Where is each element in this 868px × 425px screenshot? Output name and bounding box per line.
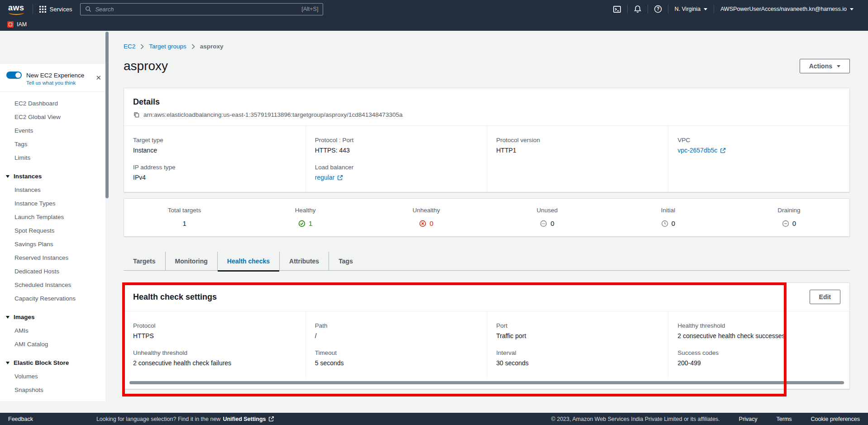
services-label: Services — [50, 6, 72, 13]
x-circle-icon — [419, 220, 426, 227]
field-label: Target type — [133, 137, 298, 143]
clock-circle-icon — [661, 220, 668, 227]
chevron-right-icon — [140, 44, 144, 49]
feedback-button[interactable]: Feedback — [8, 416, 33, 422]
actions-button[interactable]: Actions — [800, 59, 850, 73]
sidebar-item-snapshots[interactable]: Snapshots — [0, 383, 109, 396]
close-icon[interactable]: ✕ — [95, 74, 101, 82]
tab-targets[interactable]: Targets — [124, 252, 165, 270]
load-balancer-link[interactable]: regular — [315, 174, 335, 181]
stat-unused: Unused 0 — [486, 207, 607, 227]
notifications-button[interactable] — [628, 5, 648, 13]
field-label: Unhealthy threshold — [133, 349, 298, 356]
experience-toggle[interactable] — [6, 72, 22, 79]
top-right-cluster: ? N. Virginia AWSPowerUserAccess/navanee… — [607, 5, 860, 14]
sidebar-item-spot-requests[interactable]: Spot Requests — [0, 224, 109, 237]
sidebar-section-instances[interactable]: Instances — [0, 170, 109, 183]
edit-button[interactable]: Edit — [810, 290, 840, 304]
privacy-link[interactable]: Privacy — [739, 416, 758, 422]
sidebar-item-volumes[interactable]: Volumes — [0, 369, 109, 383]
sidebar-item-ec2-dashboard[interactable]: EC2 Dashboard — [0, 96, 109, 110]
health-check-section: Health check settings Edit ProtocolHTTPS… — [124, 282, 850, 389]
breadcrumb-current: asproxy — [200, 43, 224, 50]
services-menu[interactable]: Services — [39, 6, 72, 13]
chevron-down-icon — [6, 362, 10, 364]
field-label: VPC — [677, 137, 842, 143]
sidebar-nav: EC2 Dashboard EC2 Global View Events Tag… — [0, 92, 109, 396]
sidebar-item-events[interactable]: Events — [0, 124, 109, 137]
sidebar-item-tags[interactable]: Tags — [0, 137, 109, 151]
tab-tags[interactable]: Tags — [329, 252, 362, 270]
sidebar-item-dedicated-hosts[interactable]: Dedicated Hosts — [0, 264, 109, 278]
sidebar-item-reserved-instances[interactable]: Reserved Instances — [0, 251, 109, 264]
global-search[interactable]: [Alt+S] — [80, 3, 323, 15]
field-label: IP address type — [133, 164, 298, 171]
sidebar-section-ebs[interactable]: Elastic Block Store — [0, 356, 109, 369]
field-value: Traffic port — [496, 332, 661, 339]
field-value: Instance — [133, 147, 298, 154]
ellipsis-circle-icon — [540, 220, 547, 227]
sidebar-item-capacity-reservations[interactable]: Capacity Reservations — [0, 291, 109, 305]
check-circle-icon — [298, 220, 305, 227]
cloudshell-button[interactable] — [607, 5, 627, 14]
stat-total-targets: Total targets 1 — [124, 207, 245, 227]
breadcrumb-ec2[interactable]: EC2 — [124, 43, 135, 50]
unified-settings-link[interactable]: Unified Settings — [223, 416, 266, 422]
top-navigation-bar: aws Services [Alt+S] ? N. Virginia AWSPo… — [0, 0, 868, 18]
field-label: Protocol : Port — [315, 137, 480, 143]
field-label: Protocol — [133, 322, 298, 329]
field-label: Path — [315, 322, 480, 329]
stat-initial: Initial 0 — [608, 207, 729, 227]
iam-label: IAM — [17, 21, 27, 28]
divider — [33, 4, 33, 14]
experience-title: New EC2 Experience — [26, 72, 84, 79]
targets-summary-card: Total targets 1 Healthy 1 Unhealthy 0 Un… — [124, 198, 850, 237]
page-header: asproxy Actions — [124, 59, 850, 73]
external-link-icon[interactable] — [337, 175, 343, 181]
sidebar-item-savings-plans[interactable]: Savings Plans — [0, 237, 109, 251]
sidebar-item-launch-templates[interactable]: Launch Templates — [0, 210, 109, 224]
tab-attributes[interactable]: Attributes — [279, 252, 329, 270]
region-label: N. Virginia — [675, 6, 701, 12]
horizontal-scrollbar-thumb[interactable] — [129, 381, 844, 384]
sidebar-item-instance-types[interactable]: Instance Types — [0, 196, 109, 210]
sidebar-item-instances[interactable]: Instances — [0, 183, 109, 196]
field-value: 30 seconds — [496, 359, 661, 367]
vertical-scrollbar-thumb[interactable] — [105, 32, 109, 198]
field-value: 5 seconds — [315, 359, 480, 367]
help-button[interactable]: ? — [648, 5, 668, 13]
aws-logo[interactable]: aws — [7, 3, 26, 15]
field-label: Timeout — [315, 349, 480, 356]
cookie-preferences-link[interactable]: Cookie preferences — [811, 416, 860, 422]
sidebar-item-ec2-global-view[interactable]: EC2 Global View — [0, 110, 109, 124]
sidebar-section-images[interactable]: Images — [0, 310, 109, 324]
region-selector[interactable]: N. Virginia — [668, 6, 714, 12]
details-card: Details arn:aws:elasticloadbalancing:us-… — [124, 88, 850, 192]
external-link-icon[interactable] — [720, 148, 726, 153]
terms-link[interactable]: Terms — [777, 416, 792, 422]
iam-shortcut[interactable]: IAM — [7, 21, 27, 28]
footer: Feedback Looking for language selection?… — [0, 413, 868, 425]
main-content: EC2 Target groups asproxy asproxy Action… — [109, 31, 868, 401]
tab-health-checks[interactable]: Health checks — [217, 252, 279, 270]
stat-unhealthy: Unhealthy 0 — [366, 207, 486, 227]
tab-monitoring[interactable]: Monitoring — [165, 252, 217, 270]
feedback-link[interactable]: Tell us what you think — [26, 80, 102, 86]
grid-icon — [39, 6, 46, 13]
bell-icon — [634, 5, 642, 13]
help-icon: ? — [654, 5, 662, 13]
account-menu[interactable]: AWSPowerUserAccess/navaneeth.kn@harness.… — [714, 6, 860, 12]
copy-icon[interactable] — [133, 111, 140, 118]
breadcrumb-target-groups[interactable]: Target groups — [149, 43, 186, 50]
sidebar-item-ami-catalog[interactable]: AMI Catalog — [0, 337, 109, 351]
copyright: © 2023, Amazon Web Services India Privat… — [551, 416, 720, 422]
tab-bar: Targets Monitoring Health checks Attribu… — [124, 252, 850, 271]
field-value: 2 consecutive health check successes — [677, 332, 842, 339]
sidebar-item-limits[interactable]: Limits — [0, 151, 109, 164]
sidebar-item-scheduled-instances[interactable]: Scheduled Instances — [0, 278, 109, 291]
sidebar-item-amis[interactable]: AMIs — [0, 324, 109, 337]
field-label: Interval — [496, 349, 661, 356]
vpc-link[interactable]: vpc-2657db5c — [677, 147, 717, 154]
search-input[interactable] — [95, 6, 298, 13]
search-shortcut: [Alt+S] — [301, 6, 318, 12]
